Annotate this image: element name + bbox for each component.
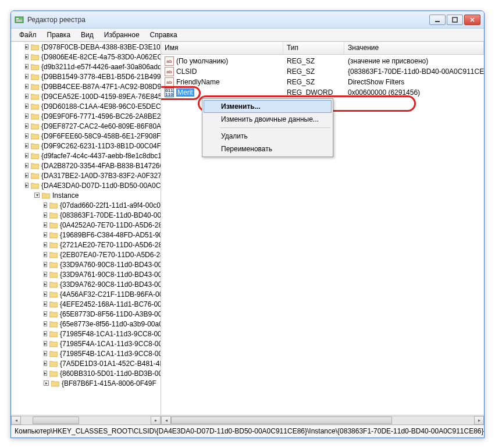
tree-key[interactable]: ▸{33D9A762-90C8-11d0-BD43-00A0 bbox=[11, 279, 161, 289]
tree-key[interactable]: ▸{DA317BE2-1A0D-37B3-83F2-A0F32787FC bbox=[11, 170, 161, 180]
expand-icon[interactable]: ▸ bbox=[44, 341, 47, 346]
tree-key[interactable]: ▸{D978F0CB-DEBA-4388-83BE-D3E106E02A bbox=[11, 42, 161, 52]
tree-key[interactable]: ▸{DA4E3DA0-D07D-11d0-BD50-00A0C911C bbox=[11, 180, 161, 190]
expand-icon[interactable]: ▸ bbox=[25, 74, 29, 79]
ctx-modify-binary[interactable]: Изменить двоичные данные... bbox=[204, 113, 332, 126]
expand-icon[interactable]: ▸ bbox=[44, 291, 47, 297]
tree-key[interactable]: ▸{d9facfe7-4c4c-4437-aebb-f8e1c8dbc1b5 bbox=[11, 151, 161, 161]
tree-key[interactable]: ▸{D9806E4E-82CE-4a75-83D0-A062EC6053 bbox=[11, 52, 161, 62]
expand-icon[interactable]: ▸ bbox=[25, 163, 29, 168]
tree-key[interactable]: ▸{D9CEA52E-100D-4159-89EA-76E845BC13 bbox=[11, 91, 161, 101]
tree-key[interactable]: ▸{7A5DE1D3-01A1-452C-B481-4FA bbox=[11, 358, 161, 368]
expand-icon[interactable]: ▸ bbox=[44, 222, 47, 227]
expand-icon[interactable]: ▸ bbox=[25, 123, 29, 129]
expand-icon[interactable]: ▸ bbox=[44, 212, 47, 218]
value-row[interactable]: 011110MeritREG_DWORD0x00600000 (6291456) bbox=[161, 87, 484, 98]
tree-key[interactable]: ▸{2EB07EA0-7E70-11D0-A5D6-28DE bbox=[11, 250, 161, 259]
expand-icon[interactable]: ▸ bbox=[25, 143, 29, 148]
scroll-right-button[interactable]: ▸ bbox=[151, 416, 161, 425]
scroll-left-button[interactable]: ◂ bbox=[161, 416, 171, 425]
titlebar[interactable]: Редактор реестра bbox=[11, 11, 484, 29]
collapse-icon[interactable]: ▾ bbox=[34, 193, 40, 198]
tree-key[interactable]: ▸{D9F6FEE60-58C9-458B-6E1-2F908FD7F87 bbox=[11, 131, 161, 141]
tree-key[interactable]: ▸{d9b3211d-e57f-4426-aaef-30a806add397 bbox=[11, 62, 161, 72]
tree-key[interactable]: ▸{33D9A761-90C8-11d0-BD43-00A0 bbox=[11, 269, 161, 279]
menu-edit[interactable]: Правка bbox=[42, 30, 76, 40]
tree-key[interactable]: ▸{083863F1-70DE-11d0-BD40-00A0 bbox=[11, 210, 161, 220]
tree-key[interactable]: ▸{65e8773e-8f56-11d0-a3b9-00a0 bbox=[11, 319, 161, 329]
expand-icon[interactable]: ▸ bbox=[44, 321, 47, 326]
expand-icon[interactable]: ▸ bbox=[25, 84, 29, 89]
value-row[interactable]: abFriendlyNameREG_SZDirectShow Filters bbox=[161, 77, 484, 87]
menu-view[interactable]: Вид bbox=[76, 30, 98, 40]
scroll-left-button[interactable]: ◂ bbox=[11, 416, 21, 425]
tree-key[interactable]: ▸{0A4252A0-7E70-11D0-A5D6-28DE bbox=[11, 220, 161, 230]
menu-help[interactable]: Справка bbox=[145, 30, 182, 40]
close-button[interactable] bbox=[464, 15, 480, 25]
expand-icon[interactable]: ▸ bbox=[25, 54, 29, 59]
expand-icon[interactable]: ▸ bbox=[44, 351, 47, 356]
expand-icon[interactable]: ▸ bbox=[25, 133, 29, 138]
expand-icon[interactable]: ▸ bbox=[44, 202, 47, 208]
expand-icon[interactable]: ▸ bbox=[44, 381, 49, 386]
tree-key[interactable]: ▸{71985F4A-1CA1-11d3-9CC8-00C0 bbox=[11, 339, 161, 349]
scroll-thumb[interactable] bbox=[33, 417, 79, 424]
tree-key[interactable]: ▸{71985F4B-1CA1-11d3-9CC8-00C0 bbox=[11, 349, 161, 358]
menu-favorites[interactable]: Избранное bbox=[99, 30, 144, 40]
tree-key[interactable]: ▸{BF87B6F1-415A-8006-0F49F bbox=[11, 378, 161, 388]
expand-icon[interactable]: ▸ bbox=[25, 44, 29, 49]
tree-key[interactable]: ▸{D9BB4CEE-B87A-47F1-AC92-B08D9C7813 bbox=[11, 81, 161, 91]
expand-icon[interactable]: ▸ bbox=[25, 64, 29, 69]
ctx-modify[interactable]: Изменить... bbox=[204, 100, 332, 113]
expand-icon[interactable]: ▸ bbox=[25, 183, 29, 188]
tree-key[interactable]: ▸{D9E9F0F6-7771-4596-BC26-2A8BE222CBE bbox=[11, 111, 161, 121]
expand-icon[interactable]: ▸ bbox=[25, 113, 29, 119]
expand-icon[interactable]: ▸ bbox=[44, 232, 47, 237]
value-row[interactable]: ab(По умолчанию)REG_SZ(значение не присв… bbox=[161, 56, 484, 66]
tree-key[interactable]: ▸{D9BB1549-3778-4EB1-B5D6-21B49988CB bbox=[11, 72, 161, 81]
ctx-delete[interactable]: Удалить bbox=[204, 130, 332, 143]
tree-key[interactable]: ▸{D9F9C262-6231-11D3-8B1D-00C04FB6BB bbox=[11, 141, 161, 151]
expand-icon[interactable]: ▸ bbox=[25, 104, 29, 109]
tree-key[interactable]: ▸{DA2B8720-3354-4FAB-B838-B1472667E bbox=[11, 161, 161, 170]
tree-key[interactable]: ▸{2721AE20-7E70-11D0-A5D6-28DE bbox=[11, 240, 161, 250]
expand-icon[interactable]: ▸ bbox=[25, 153, 29, 158]
values-hscrollbar[interactable]: ◂ ▸ bbox=[161, 415, 484, 425]
expand-icon[interactable]: ▸ bbox=[44, 311, 47, 317]
tree-key[interactable]: ▸{860BB310-5D01-11d0-BD3B-00A0 bbox=[11, 368, 161, 378]
expand-icon[interactable]: ▸ bbox=[25, 94, 29, 99]
column-value[interactable]: Значение bbox=[344, 42, 484, 54]
tree-key[interactable]: ▸{65E8773D-8F56-11D0-A3B9-00A0 bbox=[11, 309, 161, 319]
tree-hscrollbar[interactable]: ◂ ▸ bbox=[11, 415, 161, 425]
menu-file[interactable]: Файл bbox=[15, 30, 41, 40]
ctx-rename[interactable]: Переименовать bbox=[204, 143, 332, 155]
tree-pane[interactable]: ▸{D978F0CB-DEBA-4388-83BE-D3E106E02A▸{D9… bbox=[11, 42, 161, 425]
expand-icon[interactable]: ▸ bbox=[44, 282, 47, 287]
tree-key[interactable]: ▸{D9D60188-C1AA-4E98-96C0-E5DEC7B867 bbox=[11, 101, 161, 111]
minimize-button[interactable] bbox=[429, 15, 446, 25]
value-row[interactable]: abCLSIDREG_SZ{083863F1-70DE-11d0-BD40-00… bbox=[161, 66, 484, 77]
expand-icon[interactable]: ▸ bbox=[44, 361, 47, 366]
scroll-right-button[interactable]: ▸ bbox=[474, 416, 484, 425]
tree-key-instance[interactable]: ▾Instance bbox=[11, 190, 161, 200]
expand-icon[interactable]: ▸ bbox=[44, 272, 47, 277]
maximize-button[interactable] bbox=[447, 15, 463, 25]
expand-icon[interactable]: ▸ bbox=[44, 262, 47, 267]
tree-key[interactable]: ▸{07dad660-22f1-11d1-a9f4-00c04f bbox=[11, 200, 161, 210]
tree-key[interactable]: ▸{19689BF6-C384-48FD-AD51-90E5 bbox=[11, 230, 161, 240]
values-pane[interactable]: Имя Тип Значение ab(По умолчанию)REG_SZ(… bbox=[161, 42, 484, 425]
tree-key[interactable]: ▸{D9EF8727-CAC2-4e60-809E-86F80A6666 bbox=[11, 121, 161, 131]
column-name[interactable]: Имя bbox=[161, 42, 283, 54]
scroll-thumb[interactable] bbox=[171, 417, 392, 424]
column-type[interactable]: Тип bbox=[283, 42, 344, 54]
tree-key[interactable]: ▸{33D9A760-90C8-11d0-BD43-00A0 bbox=[11, 259, 161, 269]
expand-icon[interactable]: ▸ bbox=[25, 173, 29, 178]
tree-key[interactable]: ▸{4A56AF32-C21F-11DB-96FA-0050 bbox=[11, 289, 161, 299]
expand-icon[interactable]: ▸ bbox=[44, 331, 47, 336]
tree-key[interactable]: ▸{4EFE2452-168A-11d1-BC76-00C0 bbox=[11, 299, 161, 309]
expand-icon[interactable]: ▸ bbox=[44, 242, 47, 247]
expand-icon[interactable]: ▸ bbox=[44, 371, 47, 376]
expand-icon[interactable]: ▸ bbox=[44, 252, 47, 257]
tree-key[interactable]: ▸{71985F48-1CA1-11d3-9CC8-00C0 bbox=[11, 329, 161, 339]
expand-icon[interactable]: ▸ bbox=[44, 301, 47, 307]
